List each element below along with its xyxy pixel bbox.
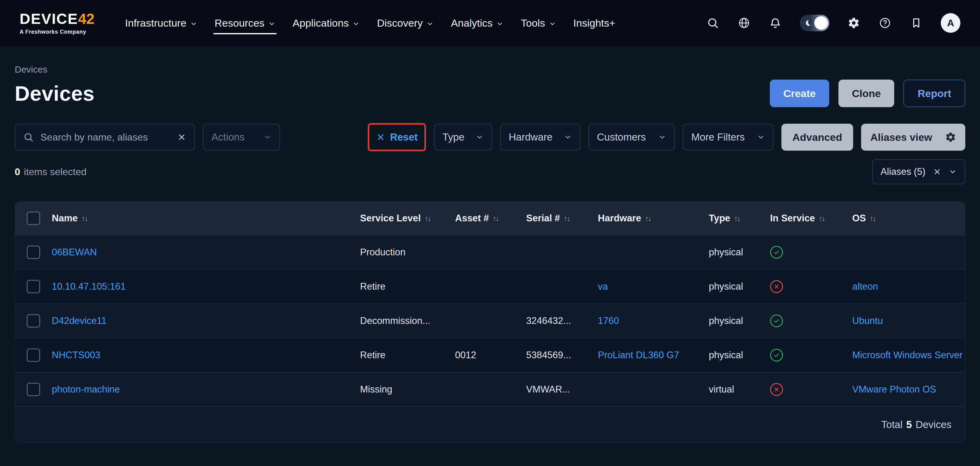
more-filters-dropdown[interactable]: More Filters [683, 124, 773, 151]
nav-item-infrastructure[interactable]: Infrastructure [125, 0, 197, 46]
nav-label: Insights+ [573, 17, 615, 29]
table-header-row: Name↑↓ Service Level↑↓ Asset #↑↓ Serial … [15, 202, 965, 235]
nav-label: Tools [521, 17, 545, 29]
reset-button[interactable]: Reset [376, 132, 418, 143]
hardware-filter-dropdown[interactable]: Hardware [500, 124, 581, 151]
help-icon[interactable] [878, 16, 892, 30]
os-link[interactable]: Microsoft Windows Server [852, 350, 963, 360]
sort-icon: ↑↓ [645, 214, 651, 223]
row-checkbox[interactable] [27, 383, 40, 396]
selection-suffix: items selected [24, 166, 87, 178]
sort-icon: ↑↓ [81, 214, 87, 223]
notifications-bell-icon[interactable] [768, 16, 782, 30]
sort-icon: ↑↓ [734, 214, 740, 223]
customers-filter-dropdown[interactable]: Customers [589, 124, 675, 151]
logo-tagline: A Freshworks Company [20, 29, 105, 35]
aliases-chip[interactable]: Aliases (5) [872, 159, 965, 184]
column-header-asset[interactable]: Asset #↑↓ [455, 213, 526, 224]
row-checkbox[interactable] [27, 349, 40, 362]
breadcrumb[interactable]: Devices [15, 64, 48, 75]
avatar-initial: A [947, 17, 954, 29]
theme-toggle[interactable] [800, 15, 829, 31]
device-name-link[interactable]: 06BEWAN [52, 247, 97, 257]
actions-label: Actions [212, 132, 245, 143]
select-all-checkbox[interactable] [27, 212, 40, 225]
row-checkbox[interactable] [27, 314, 40, 328]
nav-item-tools[interactable]: Tools [521, 0, 556, 46]
column-header-service-level[interactable]: Service Level↑↓ [360, 213, 455, 224]
selection-count: 0 [15, 166, 20, 178]
hardware-link[interactable]: 1760 [598, 315, 619, 326]
nav-item-insights[interactable]: Insights+ [573, 0, 615, 46]
remove-chip-icon[interactable] [933, 168, 942, 176]
device42-logo[interactable]: DEVICE42 A Freshworks Company [20, 12, 105, 35]
os-link[interactable]: Ubuntu [852, 315, 883, 326]
table-row[interactable]: 10.10.47.105:161 Retire va physical alte… [15, 269, 965, 303]
report-button[interactable]: Report [904, 79, 965, 107]
page-title: Devices [15, 81, 95, 105]
chevron-down-icon [564, 133, 572, 141]
navbar-actions: A [706, 13, 960, 33]
search-box [15, 124, 195, 151]
settings-gear-icon[interactable] [847, 16, 861, 30]
nav-item-applications[interactable]: Applications [293, 0, 360, 46]
selection-row: 0 items selected Aliases (5) [15, 159, 965, 184]
device-name-link[interactable]: 10.10.47.105:161 [52, 281, 126, 292]
moon-icon [803, 19, 812, 27]
actions-dropdown[interactable]: Actions [203, 124, 280, 151]
row-checkbox[interactable] [27, 246, 40, 259]
clone-button[interactable]: Clone [838, 79, 894, 107]
column-header-name[interactable]: Name↑↓ [52, 213, 360, 224]
chevron-down-icon [190, 20, 197, 27]
toggle-knob [814, 16, 828, 30]
device-name-link[interactable]: photon-machine [52, 384, 120, 395]
in-service-status-icon [770, 383, 783, 396]
column-header-os[interactable]: OS↑↓ [852, 213, 965, 224]
os-link[interactable]: VMware Photon OS [852, 384, 936, 395]
sort-icon: ↑↓ [492, 214, 498, 223]
hardware-link[interactable]: ProLiant DL360 G7 [598, 350, 679, 360]
device-name-link[interactable]: NHCTS003 [52, 350, 100, 360]
sort-icon: ↑↓ [870, 214, 875, 223]
chevron-down-icon [658, 133, 666, 141]
aliases-view-button[interactable]: Aliases view [861, 124, 965, 151]
hardware-link[interactable]: va [598, 281, 608, 292]
column-header-type[interactable]: Type↑↓ [709, 213, 770, 224]
table-body: 06BEWAN Production physical 10.10.47.105… [15, 235, 965, 406]
chevron-down-icon [268, 20, 275, 27]
search-icon[interactable] [706, 16, 719, 30]
nav-item-discovery[interactable]: Discovery [377, 0, 434, 46]
table-row[interactable]: D42device11 Decommission... 3246432... 1… [15, 303, 965, 338]
type-cell: physical [709, 281, 770, 292]
column-header-in-service[interactable]: In Service↑↓ [770, 213, 852, 224]
logo-accent-text: 42 [78, 12, 94, 26]
search-input[interactable] [40, 132, 171, 143]
create-button[interactable]: Create [770, 79, 829, 107]
nav-item-analytics[interactable]: Analytics [451, 0, 503, 46]
table-row[interactable]: 06BEWAN Production physical [15, 235, 965, 269]
globe-icon[interactable] [737, 16, 751, 30]
search-icon [23, 132, 34, 143]
table-row[interactable]: photon-machine Missing VMWAR... virtual … [15, 372, 965, 406]
aliases-chip-label: Aliases (5) [881, 166, 926, 177]
service-level-cell: Production [360, 247, 455, 258]
nav-item-resources[interactable]: Resources [215, 0, 275, 46]
in-service-status-icon [770, 349, 783, 361]
title-actions: Create Clone Report [770, 79, 965, 107]
devices-table: Name↑↓ Service Level↑↓ Asset #↑↓ Serial … [15, 201, 965, 443]
chevron-down-icon[interactable] [949, 168, 957, 176]
table-row[interactable]: NHCTS003 Retire 0012 5384569... ProLiant… [15, 338, 965, 372]
os-link[interactable]: alteon [852, 281, 878, 292]
bookmark-icon[interactable] [910, 16, 923, 30]
type-filter-dropdown[interactable]: Type [434, 124, 492, 151]
clear-search-icon[interactable] [177, 133, 186, 142]
device-name-link[interactable]: D42device11 [52, 315, 107, 326]
row-checkbox[interactable] [27, 280, 40, 293]
reset-label: Reset [390, 132, 418, 143]
column-header-hardware[interactable]: Hardware↑↓ [598, 213, 709, 224]
advanced-button[interactable]: Advanced [781, 124, 853, 151]
user-avatar[interactable]: A [941, 13, 960, 33]
column-header-serial[interactable]: Serial #↑↓ [526, 213, 598, 224]
in-service-status-icon [770, 246, 783, 259]
serial-cell: VMWAR... [526, 384, 598, 395]
